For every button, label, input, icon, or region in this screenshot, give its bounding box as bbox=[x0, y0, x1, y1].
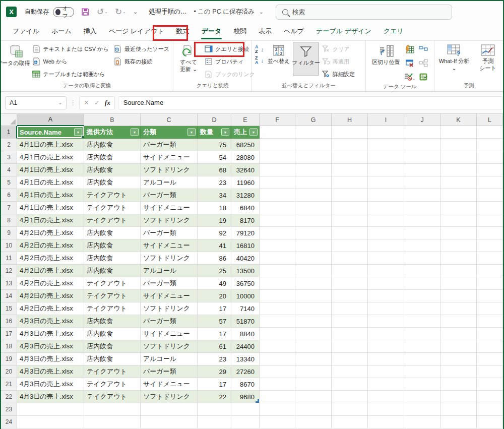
cell[interactable]: 36750 bbox=[231, 277, 260, 290]
cell[interactable] bbox=[404, 378, 440, 391]
from-web-button[interactable]: Web から bbox=[31, 56, 111, 67]
row-header-21[interactable]: 21 bbox=[1, 378, 17, 391]
tab-help[interactable]: ヘルプ bbox=[278, 23, 309, 40]
cell[interactable]: 4月3日の売上.xlsx bbox=[17, 353, 84, 365]
row-header-1[interactable]: 1 bbox=[1, 126, 17, 139]
cell[interactable] bbox=[477, 340, 503, 353]
document-title[interactable]: 処理手順の… bbox=[149, 8, 186, 16]
cell[interactable]: 店内飲食 bbox=[84, 164, 141, 176]
cell[interactable] bbox=[440, 126, 477, 139]
cell[interactable] bbox=[440, 139, 477, 151]
data-validation-icon[interactable]: ⌄ bbox=[403, 70, 416, 83]
cell[interactable]: 22 bbox=[198, 391, 231, 403]
forecast-sheet-button[interactable]: 予測シート bbox=[475, 42, 501, 72]
cell[interactable] bbox=[260, 340, 295, 353]
cell[interactable]: ソフトドリンク bbox=[141, 391, 198, 403]
cell[interactable]: サイドメニュー bbox=[141, 151, 198, 164]
cell[interactable] bbox=[440, 378, 477, 391]
cell[interactable] bbox=[404, 214, 440, 227]
cell[interactable] bbox=[332, 265, 368, 277]
cell[interactable]: 6840 bbox=[231, 202, 260, 214]
tab-page-layout[interactable]: ページ レイアウト bbox=[103, 23, 170, 40]
cell[interactable] bbox=[368, 416, 404, 428]
cell[interactable] bbox=[295, 290, 332, 302]
cell[interactable]: 4月1日の売上.xlsx bbox=[17, 164, 84, 176]
tab-formulas[interactable]: 数式 bbox=[171, 23, 195, 40]
cell[interactable]: 16810 bbox=[231, 239, 260, 252]
cell[interactable]: 23 bbox=[198, 353, 231, 365]
cell[interactable]: 86 bbox=[198, 252, 231, 265]
cell[interactable]: 28080 bbox=[231, 151, 260, 164]
cell[interactable] bbox=[295, 378, 332, 391]
cell[interactable] bbox=[260, 151, 295, 164]
cell[interactable] bbox=[332, 378, 368, 391]
cell[interactable] bbox=[368, 126, 404, 139]
row-header-13[interactable]: 13 bbox=[1, 277, 17, 290]
cell[interactable]: 4月1日の売上.xlsx bbox=[17, 139, 84, 151]
cell[interactable] bbox=[198, 416, 231, 428]
cell[interactable] bbox=[440, 164, 477, 176]
cell[interactable] bbox=[332, 277, 368, 290]
save-icon[interactable] bbox=[81, 8, 90, 16]
cell[interactable]: 27260 bbox=[231, 365, 260, 378]
cell[interactable]: テイクアウト bbox=[84, 302, 141, 315]
cell[interactable] bbox=[368, 214, 404, 227]
redo-caret-icon[interactable]: ⌄ bbox=[122, 10, 126, 14]
cell[interactable]: バーガー類 bbox=[141, 227, 198, 239]
cell[interactable] bbox=[440, 252, 477, 265]
filter-dropdown-button[interactable]: ▼ bbox=[249, 129, 258, 136]
cell[interactable] bbox=[260, 265, 295, 277]
cell[interactable]: 4月1日の売上.xlsx bbox=[17, 176, 84, 189]
cell[interactable] bbox=[295, 277, 332, 290]
cell[interactable] bbox=[332, 139, 368, 151]
cell[interactable] bbox=[404, 416, 440, 428]
cell[interactable] bbox=[260, 189, 295, 202]
row-header-14[interactable]: 14 bbox=[1, 290, 17, 302]
column-header-J[interactable]: J bbox=[404, 114, 440, 126]
column-header-H[interactable]: H bbox=[332, 114, 368, 126]
cell[interactable] bbox=[368, 403, 404, 416]
cell[interactable]: アルコール bbox=[141, 353, 198, 365]
cell[interactable] bbox=[332, 365, 368, 378]
cell[interactable] bbox=[477, 416, 503, 428]
cell[interactable] bbox=[477, 391, 503, 403]
cell[interactable]: 4月1日の売上.xlsx bbox=[17, 189, 84, 202]
excel-app-icon[interactable]: X bbox=[6, 7, 17, 17]
cell[interactable] bbox=[368, 391, 404, 403]
cell[interactable]: 4月1日の売上.xlsx bbox=[17, 214, 84, 227]
cell[interactable]: 68 bbox=[198, 164, 231, 176]
column-header-L[interactable]: L bbox=[477, 114, 503, 126]
cell[interactable]: テイクアウト bbox=[84, 365, 141, 378]
cell[interactable] bbox=[477, 239, 503, 252]
cell[interactable] bbox=[404, 126, 440, 139]
select-all-button[interactable] bbox=[1, 114, 17, 126]
cell[interactable] bbox=[84, 416, 141, 428]
cell[interactable] bbox=[332, 252, 368, 265]
cell[interactable] bbox=[295, 416, 332, 428]
cell[interactable] bbox=[332, 353, 368, 365]
cell[interactable] bbox=[368, 139, 404, 151]
sort-ascending-button[interactable]: AZ↓ bbox=[254, 45, 265, 54]
cell[interactable] bbox=[332, 176, 368, 189]
what-if-analysis-button[interactable]: ? What-If 分析⌄ bbox=[436, 42, 472, 72]
tab-table-design[interactable]: テーブル デザイン bbox=[310, 23, 377, 40]
cell[interactable] bbox=[260, 252, 295, 265]
cell[interactable] bbox=[477, 176, 503, 189]
row-header-17[interactable]: 17 bbox=[1, 328, 17, 340]
cell[interactable]: アルコール bbox=[141, 265, 198, 277]
cell[interactable] bbox=[368, 164, 404, 176]
name-box-caret-icon[interactable]: ⌄ bbox=[58, 100, 62, 105]
document-save-status[interactable]: • この PC に保存済み bbox=[194, 8, 255, 16]
filter-dropdown-button[interactable]: ▼ bbox=[187, 129, 196, 136]
cell[interactable]: 61 bbox=[198, 340, 231, 353]
cell[interactable]: サイドメニュー bbox=[141, 290, 198, 302]
column-header-F[interactable]: F bbox=[260, 114, 295, 126]
cell[interactable] bbox=[477, 403, 503, 416]
cell[interactable]: 4月3日の売上.xlsx bbox=[17, 391, 84, 403]
cell[interactable]: 4月2日の売上.xlsx bbox=[17, 227, 84, 239]
cell[interactable] bbox=[477, 277, 503, 290]
filter-dropdown-button[interactable]: ▼ bbox=[221, 129, 229, 136]
cell[interactable]: 17 bbox=[198, 328, 231, 340]
cell[interactable]: 29 bbox=[198, 365, 231, 378]
filter-dropdown-button[interactable]: ▼ bbox=[131, 129, 139, 136]
